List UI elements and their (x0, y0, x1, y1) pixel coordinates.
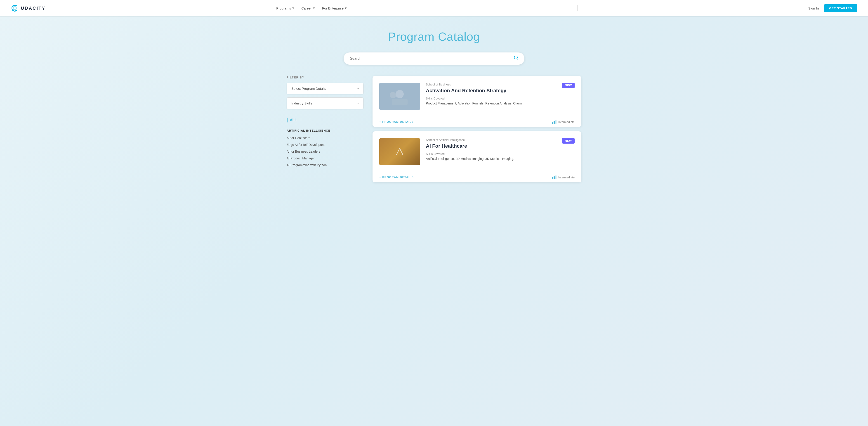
list-item[interactable]: Edge AI for IoT Developers (287, 141, 364, 148)
filter-by-label: FILTER BY (287, 76, 364, 79)
logo-link[interactable]: UDACITY (11, 4, 46, 12)
skills-label: Skills Covered (426, 97, 556, 100)
all-section: ALL ARTIFICIAL INTELLIGENCE AI for Healt… (287, 116, 364, 169)
card-image-icon (394, 91, 405, 102)
list-item[interactable]: AI for Healthcare (287, 134, 364, 141)
card-title: AI For Healthcare (426, 143, 556, 149)
search-container (344, 53, 524, 65)
navbar: UDACITY Programs ▾ Career ▾ For Enterpri… (0, 0, 868, 16)
list-item[interactable]: AI Programming with Python (287, 162, 364, 169)
content-layout: FILTER BY Select Program Details ▾ Indus… (287, 76, 581, 182)
main-content: Program Catalog FILTER BY Select Program… (276, 16, 592, 200)
card-thumbnail (379, 138, 420, 165)
level-bar-2 (554, 121, 555, 124)
skills-text: Artificial Intelligence, 2D Medical Imag… (426, 156, 556, 161)
level-bar-2 (554, 176, 555, 179)
level-bars-icon (552, 120, 557, 124)
sign-in-button[interactable]: Sign In (808, 6, 819, 10)
programs-chevron-icon: ▾ (292, 6, 294, 10)
get-started-button[interactable]: GET STARTED (824, 4, 857, 12)
nav-divider (577, 5, 578, 11)
ai-category: ARTIFICIAL INTELLIGENCE AI for Healthcar… (287, 129, 364, 169)
level-bar-1 (552, 177, 553, 179)
new-badge: NEW (562, 83, 575, 88)
card-body: School of Business Activation And Retent… (373, 76, 581, 117)
nav-programs[interactable]: Programs ▾ (276, 6, 294, 10)
program-card: School of Artificial Intelligence AI For… (373, 131, 581, 182)
ai-category-list: AI for Healthcare Edge AI for IoT Develo… (287, 134, 364, 169)
page-title: Program Catalog (287, 30, 581, 43)
card-content: School of Artificial Intelligence AI For… (426, 138, 556, 161)
nav-right: Sign In GET STARTED (808, 4, 857, 12)
industry-skills-dropdown[interactable]: Industry Skills ▾ (287, 97, 364, 109)
card-content: School of Business Activation And Retent… (426, 83, 556, 106)
card-footer: + PROGRAM DETAILS Intermediate (373, 117, 581, 127)
card-school: School of Business (426, 83, 556, 86)
level-indicator: Intermediate (552, 176, 575, 179)
card-school: School of Artificial Intelligence (426, 138, 556, 142)
level-bar-3 (555, 120, 557, 124)
card-thumbnail (379, 83, 420, 110)
udacity-logo-icon (11, 4, 19, 12)
level-bars-icon (552, 176, 557, 179)
nav-enterprise[interactable]: For Enterprise ▾ (322, 6, 347, 10)
level-bar-1 (552, 122, 553, 124)
select-program-dropdown[interactable]: Select Program Details ▾ (287, 83, 364, 94)
skills-label: Skills Covered (426, 152, 556, 156)
search-icon[interactable] (514, 55, 519, 62)
skills-text: Product Management, Activation Funnels, … (426, 101, 556, 106)
logo-text: UDACITY (21, 6, 46, 11)
new-badge: NEW (562, 138, 575, 144)
card-image-icon (394, 146, 405, 157)
level-bar-3 (555, 176, 557, 179)
cards-area: School of Business Activation And Retent… (373, 76, 581, 182)
all-bar-indicator (287, 118, 287, 123)
svg-line-1 (517, 59, 519, 60)
nav-career[interactable]: Career ▾ (301, 6, 315, 10)
level-text: Intermediate (558, 176, 575, 179)
level-indicator: Intermediate (552, 120, 575, 124)
level-text: Intermediate (558, 120, 575, 124)
nav-center-items: Programs ▾ Career ▾ For Enterprise ▾ (276, 6, 347, 10)
career-chevron-icon: ▾ (313, 6, 315, 10)
card-body: School of Artificial Intelligence AI For… (373, 131, 581, 172)
program-details-link[interactable]: + PROGRAM DETAILS (379, 176, 414, 179)
card-title: Activation And Retention Strategy (426, 88, 556, 94)
skills-dropdown-chevron-icon: ▾ (358, 102, 359, 105)
list-item[interactable]: AI Product Manager (287, 155, 364, 162)
search-input[interactable] (344, 53, 524, 65)
sidebar: FILTER BY Select Program Details ▾ Indus… (287, 76, 364, 169)
card-footer: + PROGRAM DETAILS Intermediate (373, 172, 581, 182)
program-details-link[interactable]: + PROGRAM DETAILS (379, 120, 414, 123)
program-dropdown-chevron-icon: ▾ (358, 87, 359, 90)
all-nav-item[interactable]: ALL (287, 116, 364, 124)
program-card: School of Business Activation And Retent… (373, 76, 581, 127)
enterprise-chevron-icon: ▾ (345, 6, 347, 10)
ai-category-title: ARTIFICIAL INTELLIGENCE (287, 129, 364, 132)
list-item[interactable]: AI for Business Leaders (287, 148, 364, 155)
